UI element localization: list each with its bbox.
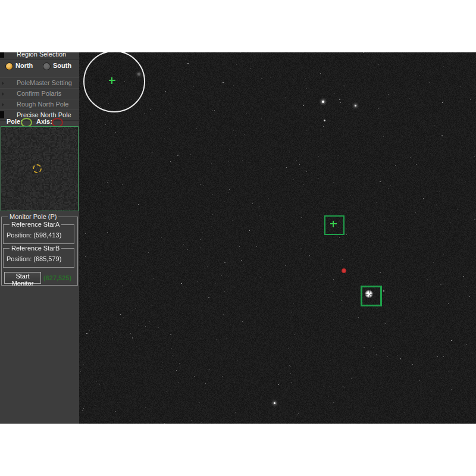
starfield-view bbox=[79, 52, 476, 424]
reference-star-a-cross bbox=[330, 221, 337, 227]
star bbox=[383, 290, 384, 292]
section-confirm-polaris[interactable]: Confirm Polaris bbox=[0, 88, 79, 99]
screenshot-page: Region Selection North South PoleMaster … bbox=[0, 0, 476, 476]
legend-row: Pole: Axis: bbox=[0, 118, 79, 126]
star bbox=[177, 155, 178, 156]
star bbox=[132, 337, 133, 339]
start-monitor-button[interactable]: Start Monitor bbox=[4, 272, 41, 284]
monitor-pole-group: Monitor Pole (P) Reference StarA Positio… bbox=[1, 217, 78, 286]
radio-north[interactable] bbox=[5, 62, 13, 70]
reference-star-a-group: Reference StarA Position: (598,413) bbox=[3, 224, 74, 244]
section-rough-north-pole[interactable]: Rough North Pole bbox=[0, 99, 79, 110]
star bbox=[303, 105, 304, 106]
sidebar: Region Selection North South PoleMaster … bbox=[0, 52, 79, 424]
pole-coordinates-readout: (627,525) bbox=[43, 274, 71, 281]
section-region-selection[interactable]: Region Selection bbox=[0, 52, 79, 60]
pole-center-cross bbox=[109, 77, 115, 84]
star-b-position: Position: (685,579) bbox=[7, 255, 61, 262]
radio-south-label[interactable]: South bbox=[53, 62, 71, 69]
star bbox=[322, 101, 324, 103]
star-a-position: Position: (598,413) bbox=[7, 231, 61, 239]
star bbox=[441, 135, 443, 136]
region-radio-group: North South bbox=[0, 60, 79, 73]
pole-legend-label: Pole: bbox=[7, 118, 23, 125]
sky-canvas[interactable] bbox=[79, 52, 476, 424]
star bbox=[339, 99, 340, 100]
expander-confirm-polaris-icon bbox=[2, 92, 4, 96]
axis-legend-label: Axis: bbox=[36, 118, 52, 125]
expander-rough-north-pole-icon bbox=[2, 103, 4, 107]
pole-target-circle-icon bbox=[33, 164, 42, 173]
radio-south[interactable] bbox=[43, 62, 51, 70]
section-polemaster-setting[interactable]: PoleMaster Setting bbox=[0, 77, 79, 89]
monitor-pole-label: Monitor Pole (P) bbox=[8, 213, 58, 220]
confirm-polaris-label: Confirm Polaris bbox=[17, 90, 61, 97]
reference-star-a-label: Reference StarA bbox=[10, 221, 61, 228]
polemaster-app-window: Region Selection North South PoleMaster … bbox=[0, 52, 476, 424]
radio-north-label[interactable]: North bbox=[15, 62, 33, 69]
rough-north-pole-label: Rough North Pole bbox=[17, 101, 68, 108]
star bbox=[224, 262, 226, 263]
region-selection-label: Region Selection bbox=[17, 52, 66, 58]
star bbox=[400, 358, 401, 359]
reference-star-b-star bbox=[365, 290, 373, 298]
star bbox=[355, 105, 356, 107]
expander-polemaster-setting-icon bbox=[2, 82, 4, 85]
star bbox=[423, 198, 424, 199]
reference-star-b-group: Reference StarB Position: (685,579) bbox=[3, 248, 74, 268]
axis-marker-dot bbox=[342, 268, 346, 273]
star bbox=[274, 402, 275, 404]
reference-star-b-label: Reference StarB bbox=[10, 245, 61, 252]
polemaster-setting-label: PoleMaster Setting bbox=[17, 79, 72, 86]
star bbox=[324, 120, 325, 121]
pole-zoom-preview[interactable] bbox=[1, 126, 79, 211]
expander-region-icon bbox=[0, 52, 4, 58]
